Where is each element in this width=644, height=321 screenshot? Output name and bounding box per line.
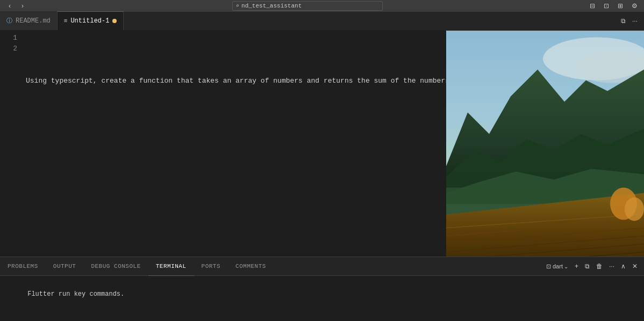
code-line-2: Using typescript, create a function that… <box>26 76 446 86</box>
more-panel-button[interactable]: ··· <box>607 261 617 271</box>
tab-untitled1-label: Untitled-1 <box>70 17 109 25</box>
terminal-line-1: Flutter run key commands. <box>4 278 640 310</box>
layout-grid-button[interactable]: ⊟ <box>587 2 598 10</box>
trash-button[interactable]: 🗑 <box>594 261 605 271</box>
line-number-2: 2 <box>4 43 17 54</box>
terminal-line-2: Hot reload. 🔥🔥🔥 <box>4 310 640 321</box>
layout-split-icon: ⊡ <box>604 2 609 10</box>
landscape-background <box>446 31 644 257</box>
tab-readme[interactable]: ⓘ README.md <box>0 11 58 30</box>
mountain-svg <box>446 31 644 257</box>
line-numbers: 1 2 <box>0 33 22 257</box>
terminal-label: TERMINAL <box>156 263 187 269</box>
layout-side-icon: ⊞ <box>618 2 623 10</box>
tab-untitled1-icon: ≡ <box>64 18 68 24</box>
split-editor-button[interactable]: ⧉ <box>619 16 628 26</box>
back-icon: ‹ <box>9 2 11 10</box>
panel-content: Flutter run key commands. Hot reload. 🔥🔥… <box>0 276 644 321</box>
editor-pane: 1 2 Using typescript, create a function … <box>0 31 446 257</box>
tab-readme-label: README.md <box>16 17 51 25</box>
terminal-shell-indicator[interactable]: ⊡ dart ⌄ <box>544 262 570 271</box>
comments-label: COMMENTS <box>235 263 266 269</box>
top-bar-right: ⊟ ⊡ ⊞ ⚙ <box>587 2 640 10</box>
tab-debug-console[interactable]: DEBUG CONSOLE <box>83 257 148 276</box>
tab-terminal[interactable]: TERMINAL <box>148 257 194 276</box>
trash-icon: 🗑 <box>596 262 603 270</box>
tab-bar-actions: ⧉ ··· <box>614 11 644 30</box>
tab-problems[interactable]: PROBLEMS <box>0 257 46 276</box>
more-actions-button[interactable]: ··· <box>630 16 640 26</box>
top-bar-left: ‹ › <box>4 2 28 10</box>
back-button[interactable]: ‹ <box>4 2 15 10</box>
output-label: OUTPUT <box>53 263 76 269</box>
tab-modified-dot <box>112 19 117 23</box>
panel-tab-actions: ⊡ dart ⌄ + ⧉ 🗑 ··· ∧ ✕ <box>540 261 644 271</box>
line-number-1: 1 <box>4 33 17 43</box>
split-terminal-icon: ⧉ <box>585 262 590 270</box>
settings-icon: ⚙ <box>632 2 638 10</box>
forward-button[interactable]: › <box>17 2 28 10</box>
debug-console-label: DEBUG CONSOLE <box>91 263 140 269</box>
top-bar: ‹ › ⌕ ⊟ ⊡ ⊞ ⚙ <box>0 0 644 12</box>
maximize-icon: ∧ <box>621 262 626 270</box>
close-panel-icon: ✕ <box>632 262 638 270</box>
search-bar[interactable]: ⌕ <box>232 1 383 11</box>
tab-readme-icon: ⓘ <box>6 17 12 25</box>
tab-untitled1[interactable]: ≡ Untitled-1 <box>58 11 124 30</box>
search-input[interactable] <box>241 3 379 9</box>
plus-icon: + <box>575 262 578 270</box>
code-content[interactable]: Using typescript, create a function that… <box>22 33 446 257</box>
chevron-down-icon: ⌄ <box>564 264 568 269</box>
tab-ports[interactable]: PORTS <box>194 257 228 276</box>
split-editor-icon: ⧉ <box>621 17 626 25</box>
forward-icon: › <box>22 2 24 10</box>
layout-side-button[interactable]: ⊞ <box>615 2 626 10</box>
panel-tabs: PROBLEMS OUTPUT DEBUG CONSOLE TERMINAL P… <box>0 257 644 276</box>
terminal-shell-label: dart <box>553 263 563 269</box>
svg-point-14 <box>625 198 644 221</box>
problems-label: PROBLEMS <box>8 263 38 269</box>
new-terminal-button[interactable]: + <box>573 261 581 271</box>
tab-bar: ⓘ README.md ≡ Untitled-1 ⧉ ··· <box>0 12 644 31</box>
right-pane <box>446 31 644 257</box>
settings-button[interactable]: ⚙ <box>629 2 640 10</box>
layout-grid-icon: ⊟ <box>590 2 595 10</box>
terminal-icon: ⊡ <box>546 263 551 270</box>
layout-split-button[interactable]: ⊡ <box>601 2 612 10</box>
search-icon: ⌕ <box>236 3 239 9</box>
more-actions-icon: ··· <box>632 17 638 25</box>
split-terminal-button[interactable]: ⧉ <box>583 261 592 271</box>
ports-label: PORTS <box>202 263 221 269</box>
main-area: 1 2 Using typescript, create a function … <box>0 31 644 257</box>
more-panel-icon: ··· <box>609 262 614 270</box>
tab-comments[interactable]: COMMENTS <box>228 257 274 276</box>
bottom-panel: PROBLEMS OUTPUT DEBUG CONSOLE TERMINAL P… <box>0 257 644 321</box>
close-panel-button[interactable]: ✕ <box>630 261 640 271</box>
tab-output[interactable]: OUTPUT <box>46 257 84 276</box>
maximize-panel-button[interactable]: ∧ <box>619 261 628 271</box>
editor-content[interactable]: 1 2 Using typescript, create a function … <box>0 31 446 257</box>
